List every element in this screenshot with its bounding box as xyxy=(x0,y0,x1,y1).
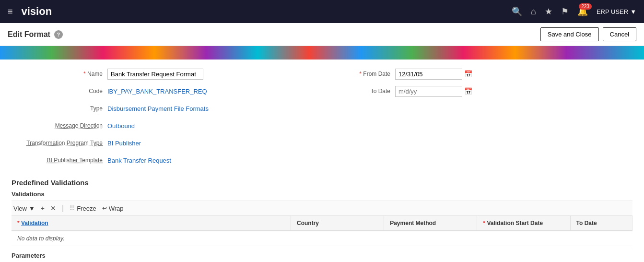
freeze-label: Freeze xyxy=(77,205,96,212)
to-date-label: To Date xyxy=(299,88,395,95)
col-country: Country xyxy=(291,216,384,231)
message-direction-row: Message Direction Outbound xyxy=(12,119,280,132)
wrap-button[interactable]: ↩ Wrap xyxy=(102,205,124,212)
transformation-program-type-label: Transformation Program Type xyxy=(12,140,107,146)
bi-publisher-template-value: Bank Transfer Request xyxy=(107,157,171,164)
bi-publisher-template-label: BI Publisher Template xyxy=(12,157,107,164)
type-value: Disbursement Payment File Formats xyxy=(107,105,209,112)
to-date-field: 📅 xyxy=(395,86,472,97)
toolbar-left: Edit Format ? xyxy=(8,30,63,39)
validation-col-link[interactable]: Validation xyxy=(21,220,48,226)
user-dropdown-icon: ▼ xyxy=(630,8,636,15)
predefined-validations-header: Predefined Validations xyxy=(12,179,632,187)
message-direction-label: Message Direction xyxy=(12,122,107,129)
name-label: Name xyxy=(12,71,107,77)
user-name: ERP USER xyxy=(597,8,628,15)
name-row: Name xyxy=(12,67,280,81)
code-value: IBY_PAY_BANK_TRANSFER_REQ xyxy=(107,88,207,95)
toolbar-separator-1: | xyxy=(62,204,64,213)
favorites-icon[interactable]: ★ xyxy=(545,6,552,17)
user-menu[interactable]: ERP USER ▼ xyxy=(597,8,636,15)
col-validation-start-date: Validation Start Date xyxy=(477,216,570,231)
view-label: View xyxy=(13,205,27,212)
form-section: Name Code IBY_PAY_BANK_TRANSFER_REQ Type… xyxy=(12,67,632,171)
validations-table: Validation Country Payment Method Valida… xyxy=(12,216,632,246)
save-and-close-button[interactable]: Save and Close xyxy=(540,27,599,41)
from-date-row: From Date 📅 xyxy=(299,67,632,81)
name-input[interactable] xyxy=(107,69,203,80)
app-brand: ≡ vision xyxy=(8,5,512,18)
freeze-icon: ☷ xyxy=(70,205,75,212)
cancel-button[interactable]: Cancel xyxy=(603,27,636,41)
delete-row-button[interactable]: ✕ xyxy=(50,204,56,212)
wrap-label: Wrap xyxy=(109,205,124,212)
from-date-label: From Date xyxy=(299,71,395,77)
freeze-button[interactable]: ☷ Freeze xyxy=(70,205,96,212)
col-payment-method: Payment Method xyxy=(384,216,477,231)
hamburger-menu[interactable]: ≡ xyxy=(8,7,13,17)
table-toolbar: View ▼ + ✕ | ☷ Freeze ↩ Wrap xyxy=(12,201,632,216)
from-date-calendar-icon[interactable]: 📅 xyxy=(464,70,472,78)
to-date-row: To Date 📅 xyxy=(299,84,632,98)
view-button[interactable]: View ▼ xyxy=(13,205,35,212)
validations-header: Validations xyxy=(12,191,632,198)
navbar-icons: 🔍 ⌂ ★ ⚑ 🔔 223 xyxy=(512,6,588,17)
col-validation: Validation xyxy=(12,216,291,231)
code-label: Code xyxy=(12,88,107,95)
from-date-field: 📅 xyxy=(395,69,472,80)
no-data-row: No data to display. xyxy=(12,231,632,246)
transformation-program-type-row: Transformation Program Type BI Publisher xyxy=(12,136,280,150)
code-row: Code IBY_PAY_BANK_TRANSFER_REQ xyxy=(12,84,280,98)
from-date-input[interactable] xyxy=(395,69,462,80)
navbar: ≡ vision 🔍 ⌂ ★ ⚑ 🔔 223 ERP USER ▼ xyxy=(0,0,644,23)
page-toolbar: Edit Format ? Save and Close Cancel xyxy=(0,23,644,46)
notification-badge: 223 xyxy=(579,3,592,10)
notification-icon[interactable]: 🔔 223 xyxy=(577,6,588,17)
wrap-icon: ↩ xyxy=(102,205,107,212)
home-icon[interactable]: ⌂ xyxy=(531,7,536,17)
no-data-message: No data to display. xyxy=(12,231,632,246)
search-icon[interactable]: 🔍 xyxy=(512,6,522,17)
parameters-header: Parameters xyxy=(12,252,632,259)
to-date-calendar-icon[interactable]: 📅 xyxy=(464,87,472,95)
bi-publisher-template-row: BI Publisher Template Bank Transfer Requ… xyxy=(12,154,280,167)
transformation-program-type-value: BI Publisher xyxy=(107,140,141,147)
page-title: Edit Format xyxy=(8,30,50,39)
view-dropdown-icon: ▼ xyxy=(29,205,35,212)
decorative-banner xyxy=(0,46,644,60)
app-title: vision xyxy=(22,5,52,18)
help-icon[interactable]: ? xyxy=(54,30,63,39)
main-content: Name Code IBY_PAY_BANK_TRANSFER_REQ Type… xyxy=(0,60,644,262)
table-header-row: Validation Country Payment Method Valida… xyxy=(12,216,632,231)
flag-icon[interactable]: ⚑ xyxy=(561,6,569,17)
form-left: Name Code IBY_PAY_BANK_TRANSFER_REQ Type… xyxy=(12,67,280,171)
toolbar-right: Save and Close Cancel xyxy=(540,27,636,41)
form-right: From Date 📅 To Date 📅 xyxy=(299,67,632,171)
add-row-button[interactable]: + xyxy=(41,204,45,212)
to-date-input[interactable] xyxy=(395,86,462,97)
col-to-date: To Date xyxy=(570,216,632,231)
type-label: Type xyxy=(12,105,107,112)
message-direction-value: Outbound xyxy=(107,122,135,130)
type-row: Type Disbursement Payment File Formats xyxy=(12,102,280,115)
